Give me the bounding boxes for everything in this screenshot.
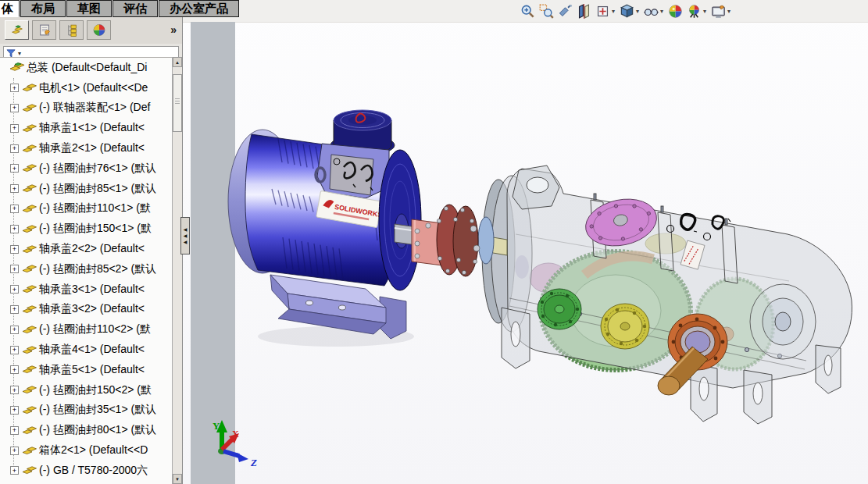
tree-item[interactable]: +轴承盖4<1> (Default< <box>0 340 173 360</box>
assembly-part-icon <box>22 324 37 336</box>
tree-item[interactable]: +轴承盖3<2> (Default< <box>0 300 173 320</box>
hide-show-items-icon[interactable] <box>642 2 659 20</box>
tree-root-item[interactable]: 总装 (Default<Default_Di <box>0 58 173 78</box>
expand-toggle[interactable]: + <box>10 466 19 475</box>
tree-item[interactable]: +轴承盖1<1> (Default< <box>0 118 173 138</box>
expand-toggle[interactable]: + <box>10 305 19 314</box>
expand-toggle[interactable]: + <box>10 184 19 193</box>
command-tab-0[interactable]: 体 <box>0 0 20 17</box>
assembly-part-icon <box>22 123 37 134</box>
tree-item-label: (-) 毡圈油封110<1> (默 <box>39 201 151 215</box>
display-manager-tab[interactable] <box>87 20 111 40</box>
tree-item[interactable]: +轴承盖2<1> (Default< <box>0 138 173 158</box>
expand-toggle[interactable]: + <box>10 326 19 334</box>
tree-item[interactable]: +(-) 毡圈油封76<1> (默认 <box>0 158 173 179</box>
tree-item-label: (-) 毡圈油封85<1> (默认 <box>39 182 156 196</box>
display-style-icon[interactable] <box>618 2 635 20</box>
edit-appearance-icon[interactable] <box>666 2 684 20</box>
tree-item[interactable]: +(-) 毡圈油封35<1> (默认 <box>0 400 173 421</box>
assembly-part-icon <box>22 223 37 235</box>
bearing-flange-green[interactable] <box>538 289 581 329</box>
panel-overflow-chevron[interactable]: » <box>170 23 177 36</box>
scroll-down-button[interactable]: ▼ <box>173 474 182 484</box>
expand-toggle[interactable]: + <box>10 205 19 213</box>
tree-item[interactable]: +(-) 毡圈油封85<2> (默认 <box>0 259 173 279</box>
command-tab-3[interactable]: 评估 <box>113 0 158 17</box>
expand-toggle[interactable]: + <box>10 225 19 233</box>
tree-item-label: (-) 毡圈油封150<1> (默 <box>39 222 152 236</box>
tree-item-label: 轴承盖1<1> (Default< <box>39 121 145 135</box>
assembly-part-icon <box>22 364 37 375</box>
command-tab-1[interactable]: 布局 <box>20 0 66 17</box>
tree-item[interactable]: +(-) 联轴器装配<1> (Def <box>0 98 173 119</box>
expand-toggle[interactable]: + <box>10 245 19 254</box>
apply-scene-icon[interactable] <box>685 2 702 20</box>
expand-toggle[interactable]: + <box>10 144 19 153</box>
panel-splitter-handle[interactable]: ◀ ◀ ◀ <box>180 217 190 254</box>
assembly-part-icon <box>22 344 37 356</box>
tree-item[interactable]: +(-) 毡圈油封110<1> (默 <box>0 199 173 219</box>
dropdown-caret-icon[interactable]: ▾ <box>703 8 706 15</box>
tree-item[interactable]: +电机<1> (Default<<De <box>0 78 173 98</box>
tree-item[interactable]: +(-) 毡圈油封80<1> (默认 <box>0 420 173 440</box>
tree-item-label: (-) 毡圈油封150<2> (默 <box>39 383 152 397</box>
expand-toggle[interactable]: + <box>10 104 19 112</box>
tree-item[interactable]: +(-) 毡圈油封85<1> (默认 <box>0 179 173 199</box>
tree-item[interactable]: +轴承盖3<1> (Default< <box>0 279 173 300</box>
tree-item[interactable]: +箱体2<1> (Default<<D <box>0 440 173 461</box>
assembly-3d-scene[interactable]: SOLIDWORKS <box>182 22 868 484</box>
configuration-manager-tab[interactable] <box>59 20 84 40</box>
feature-manager-tab[interactable] <box>5 20 29 40</box>
expand-toggle[interactable]: + <box>10 365 19 374</box>
dropdown-caret-icon[interactable]: ▾ <box>636 8 639 15</box>
expand-toggle[interactable]: + <box>10 285 19 294</box>
command-tab-2[interactable]: 草图 <box>66 0 112 17</box>
expand-toggle[interactable]: + <box>10 124 19 133</box>
input-seal[interactable] <box>478 217 494 264</box>
tree-item-label: 轴承盖3<1> (Default< <box>39 283 145 297</box>
expand-toggle[interactable]: + <box>10 426 19 435</box>
view-settings-icon[interactable] <box>709 2 727 20</box>
tree-item[interactable]: +(-) GB / T5780-2000六 <box>0 461 173 481</box>
tree-item[interactable]: +轴承盖2<2> (Default< <box>0 239 173 259</box>
tree-scrollbar[interactable]: ▲ ▼ <box>172 57 182 484</box>
expand-toggle[interactable]: + <box>10 346 19 354</box>
previous-view-icon[interactable] <box>556 2 573 20</box>
viewport-gray-band <box>191 22 235 484</box>
tree-item[interactable]: +(-) 毡圈油封110<2> (默 <box>0 319 173 340</box>
expand-toggle[interactable]: + <box>10 84 19 92</box>
assembly-part-icon <box>22 304 37 315</box>
electric-motor[interactable]: SOLIDWORKS <box>228 110 421 339</box>
tree-item[interactable]: +(-) 毡圈油封150<1> (默 <box>0 219 173 239</box>
zoom-to-fit-icon[interactable] <box>519 2 536 20</box>
property-manager-tab[interactable] <box>32 20 56 40</box>
tree-item[interactable]: +(-) 毡圈油封150<2> (默 <box>0 380 173 400</box>
gearbox-assembly[interactable] <box>482 165 852 424</box>
coupling-flange-2[interactable] <box>453 206 478 276</box>
tree-item-label: (-) 毡圈油封85<2> (默认 <box>39 262 156 276</box>
assembly-part-icon <box>22 425 37 436</box>
tree-item[interactable]: +轴承盖5<1> (Default< <box>0 360 173 380</box>
expand-toggle[interactable]: + <box>10 406 19 415</box>
zoom-to-area-icon[interactable] <box>538 2 555 20</box>
command-tab-4[interactable]: 办公室产品 <box>159 0 239 17</box>
dropdown-caret-icon[interactable]: ▾ <box>612 8 615 15</box>
tree-item-label: (-) 毡圈油封76<1> (默认 <box>39 162 156 176</box>
scroll-thumb[interactable] <box>173 74 182 132</box>
assembly-part-icon <box>22 244 37 255</box>
bearing-flange-yellow[interactable] <box>601 304 649 349</box>
expand-toggle[interactable]: + <box>10 164 19 173</box>
assembly-part-icon <box>22 143 37 155</box>
command-manager-tabs: 体布局草图评估办公室产品 <box>0 0 240 17</box>
assembly-part-icon <box>22 384 37 396</box>
expand-toggle[interactable]: + <box>10 386 19 394</box>
graphics-viewport[interactable]: SOLIDWORKS <box>182 0 868 484</box>
view-orientation-icon[interactable] <box>594 2 611 20</box>
triad-y-label: Y <box>213 420 220 432</box>
scroll-up-button[interactable]: ▲ <box>173 57 182 67</box>
dropdown-caret-icon[interactable]: ▾ <box>727 8 730 15</box>
dropdown-caret-icon[interactable]: ▾ <box>660 8 663 15</box>
expand-toggle[interactable]: + <box>10 265 19 273</box>
expand-toggle[interactable]: + <box>10 447 19 455</box>
section-view-icon[interactable] <box>575 2 592 20</box>
